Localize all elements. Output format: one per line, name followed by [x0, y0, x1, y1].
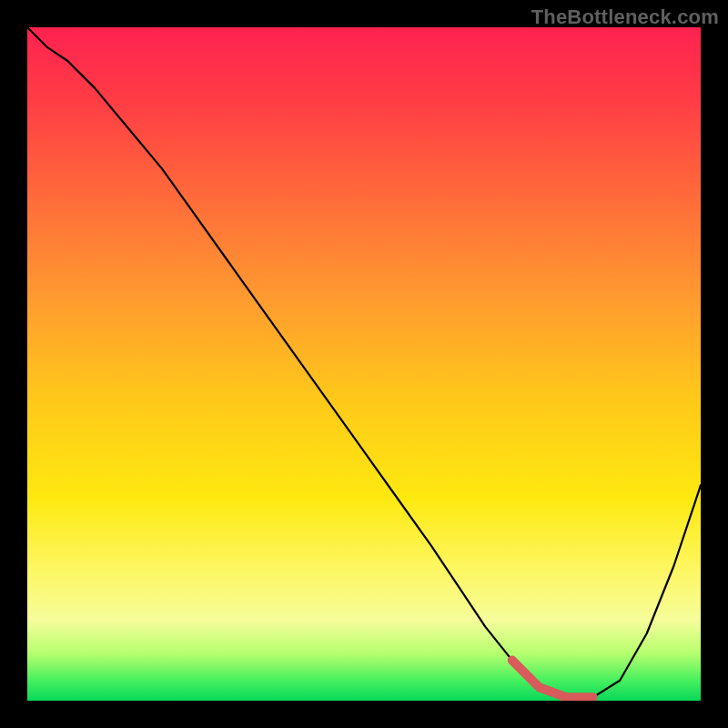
- curve-svg: [27, 27, 701, 701]
- minimum-highlight: [512, 661, 593, 698]
- bottleneck-curve: [27, 27, 701, 697]
- plot-area: [27, 27, 701, 701]
- chart-frame: TheBottleneck.com: [0, 0, 728, 728]
- watermark-text: TheBottleneck.com: [531, 5, 719, 29]
